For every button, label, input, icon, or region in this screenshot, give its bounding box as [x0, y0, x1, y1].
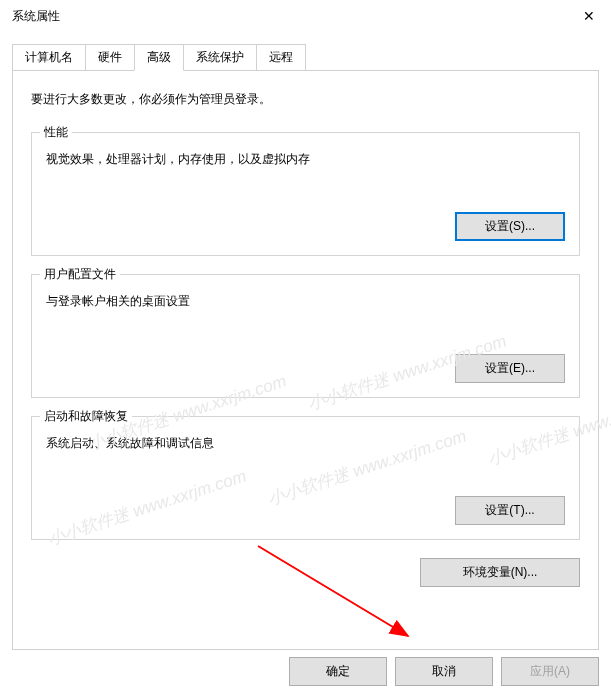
user-profiles-group: 用户配置文件 与登录帐户相关的桌面设置 设置(E)...	[31, 274, 580, 398]
window-title: 系统属性	[12, 8, 60, 25]
user-profiles-legend: 用户配置文件	[40, 266, 120, 283]
tab-advanced[interactable]: 高级	[134, 44, 184, 71]
startup-recovery-btn-row: 设置(T)...	[46, 496, 565, 525]
performance-settings-button[interactable]: 设置(S)...	[455, 212, 565, 241]
tabs-row: 计算机名 硬件 高级 系统保护 远程	[12, 44, 599, 71]
performance-legend: 性能	[40, 124, 72, 141]
performance-desc: 视觉效果，处理器计划，内存使用，以及虚拟内存	[46, 151, 565, 168]
startup-recovery-desc: 系统启动、系统故障和调试信息	[46, 435, 565, 452]
tab-hardware[interactable]: 硬件	[85, 44, 135, 71]
user-profiles-desc: 与登录帐户相关的桌面设置	[46, 293, 565, 310]
user-profiles-settings-button[interactable]: 设置(E)...	[455, 354, 565, 383]
tab-content: 要进行大多数更改，你必须作为管理员登录。 性能 视觉效果，处理器计划，内存使用，…	[12, 70, 599, 650]
user-profiles-btn-row: 设置(E)...	[46, 354, 565, 383]
tab-remote[interactable]: 远程	[256, 44, 306, 71]
env-vars-row: 环境变量(N)...	[31, 558, 580, 587]
performance-btn-row: 设置(S)...	[46, 212, 565, 241]
tab-area: 计算机名 硬件 高级 系统保护 远程 要进行大多数更改，你必须作为管理员登录。 …	[0, 44, 611, 650]
bottom-buttons: 确定 取消 应用(A)	[289, 657, 599, 686]
environment-variables-button[interactable]: 环境变量(N)...	[420, 558, 580, 587]
performance-group: 性能 视觉效果，处理器计划，内存使用，以及虚拟内存 设置(S)...	[31, 132, 580, 256]
tab-computer-name[interactable]: 计算机名	[12, 44, 86, 71]
startup-recovery-group: 启动和故障恢复 系统启动、系统故障和调试信息 设置(T)...	[31, 416, 580, 540]
tab-system-protection[interactable]: 系统保护	[183, 44, 257, 71]
intro-text: 要进行大多数更改，你必须作为管理员登录。	[31, 91, 580, 108]
ok-button[interactable]: 确定	[289, 657, 387, 686]
titlebar: 系统属性 ✕	[0, 0, 611, 32]
startup-recovery-settings-button[interactable]: 设置(T)...	[455, 496, 565, 525]
apply-button[interactable]: 应用(A)	[501, 657, 599, 686]
close-icon: ✕	[583, 8, 595, 24]
cancel-button[interactable]: 取消	[395, 657, 493, 686]
startup-recovery-legend: 启动和故障恢复	[40, 408, 132, 425]
close-button[interactable]: ✕	[566, 0, 611, 32]
